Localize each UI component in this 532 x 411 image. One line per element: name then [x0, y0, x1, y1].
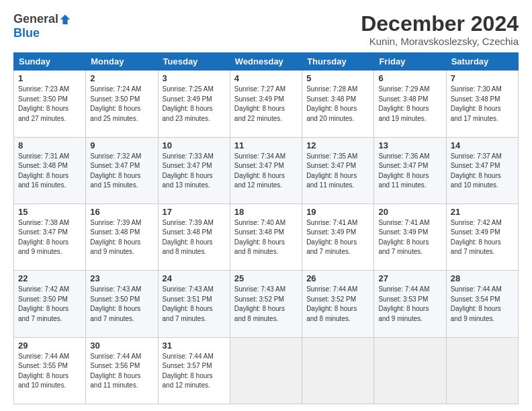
day-number: 16 [90, 207, 153, 217]
day-number: 20 [378, 207, 441, 217]
day-cell: 16 Sunrise: 7:39 AMSunset: 3:48 PMDaylig… [86, 203, 158, 270]
day-header-friday: Friday [374, 53, 446, 71]
day-cell: 11 Sunrise: 7:34 AMSunset: 3:47 PMDaylig… [230, 137, 302, 203]
day-number: 12 [306, 140, 369, 150]
day-info: Sunrise: 7:43 AMSunset: 3:52 PMDaylight:… [234, 285, 285, 322]
day-number: 28 [451, 273, 514, 283]
day-info: Sunrise: 7:36 AMSunset: 3:47 PMDaylight:… [378, 152, 429, 189]
day-cell: 31 Sunrise: 7:44 AMSunset: 3:57 PMDaylig… [158, 337, 230, 404]
day-header-monday: Monday [86, 53, 158, 71]
day-cell: 25 Sunrise: 7:43 AMSunset: 3:52 PMDaylig… [230, 271, 302, 337]
day-header-sunday: Sunday [14, 53, 86, 71]
day-cell: 28 Sunrise: 7:44 AMSunset: 3:54 PMDaylig… [446, 271, 518, 337]
day-number: 4 [234, 73, 298, 83]
day-number: 11 [234, 140, 298, 150]
day-info: Sunrise: 7:23 AMSunset: 3:50 PMDaylight:… [18, 85, 69, 122]
day-cell: 30 Sunrise: 7:44 AMSunset: 3:56 PMDaylig… [86, 337, 158, 404]
day-cell: 18 Sunrise: 7:40 AMSunset: 3:48 PMDaylig… [230, 203, 302, 270]
day-number: 13 [378, 140, 441, 150]
empty-cell [230, 337, 302, 404]
day-number: 14 [451, 140, 514, 150]
empty-cell [446, 337, 518, 404]
day-cell: 9 Sunrise: 7:32 AMSunset: 3:47 PMDayligh… [86, 137, 158, 203]
day-header-saturday: Saturday [446, 53, 518, 71]
calendar-week-row: 8 Sunrise: 7:31 AMSunset: 3:48 PMDayligh… [14, 137, 519, 203]
calendar-week-row: 15 Sunrise: 7:38 AMSunset: 3:47 PMDaylig… [14, 203, 519, 270]
logo-icon [59, 13, 71, 26]
day-number: 3 [163, 73, 226, 83]
day-cell: 1 Sunrise: 7:23 AMSunset: 3:50 PMDayligh… [14, 71, 86, 137]
day-number: 17 [163, 207, 226, 217]
logo-blue-text: Blue [13, 26, 40, 40]
calendar-week-row: 1 Sunrise: 7:23 AMSunset: 3:50 PMDayligh… [14, 71, 519, 137]
day-number: 27 [378, 273, 441, 283]
calendar-table: SundayMondayTuesdayWednesdayThursdayFrid… [13, 52, 519, 404]
day-info: Sunrise: 7:27 AMSunset: 3:49 PMDaylight:… [234, 85, 285, 122]
calendar-week-row: 29 Sunrise: 7:44 AMSunset: 3:55 PMDaylig… [14, 337, 519, 404]
day-number: 5 [306, 73, 369, 83]
day-number: 30 [90, 340, 153, 351]
day-info: Sunrise: 7:37 AMSunset: 3:47 PMDaylight:… [451, 152, 502, 189]
logo-general-text: General [13, 12, 58, 26]
day-cell: 22 Sunrise: 7:42 AMSunset: 3:50 PMDaylig… [14, 271, 86, 337]
day-cell: 8 Sunrise: 7:31 AMSunset: 3:48 PMDayligh… [14, 137, 86, 203]
day-cell: 19 Sunrise: 7:41 AMSunset: 3:49 PMDaylig… [302, 203, 374, 270]
day-cell: 14 Sunrise: 7:37 AMSunset: 3:47 PMDaylig… [446, 137, 518, 203]
day-cell: 7 Sunrise: 7:30 AMSunset: 3:48 PMDayligh… [446, 71, 518, 137]
svg-marker-0 [60, 14, 70, 24]
day-info: Sunrise: 7:43 AMSunset: 3:50 PMDaylight:… [90, 285, 141, 322]
day-cell: 3 Sunrise: 7:25 AMSunset: 3:49 PMDayligh… [158, 71, 230, 137]
logo: General Blue [13, 12, 71, 40]
day-number: 19 [306, 207, 369, 217]
day-number: 8 [18, 140, 81, 150]
day-number: 21 [451, 207, 514, 217]
day-cell: 6 Sunrise: 7:29 AMSunset: 3:48 PMDayligh… [374, 71, 446, 137]
day-header-thursday: Thursday [302, 53, 374, 71]
day-cell: 5 Sunrise: 7:28 AMSunset: 3:48 PMDayligh… [302, 71, 374, 137]
calendar-body: 1 Sunrise: 7:23 AMSunset: 3:50 PMDayligh… [14, 71, 519, 404]
day-info: Sunrise: 7:31 AMSunset: 3:48 PMDaylight:… [18, 152, 69, 189]
day-number: 22 [18, 273, 81, 283]
day-cell: 20 Sunrise: 7:41 AMSunset: 3:49 PMDaylig… [374, 203, 446, 270]
day-header-wednesday: Wednesday [230, 53, 302, 71]
location: Kunin, Moravskoslezsky, Czechia [361, 36, 519, 47]
day-number: 15 [18, 207, 81, 217]
day-cell: 15 Sunrise: 7:38 AMSunset: 3:47 PMDaylig… [14, 203, 86, 270]
day-info: Sunrise: 7:44 AMSunset: 3:56 PMDaylight:… [90, 353, 141, 390]
day-cell: 26 Sunrise: 7:44 AMSunset: 3:52 PMDaylig… [302, 271, 374, 337]
day-info: Sunrise: 7:28 AMSunset: 3:48 PMDaylight:… [306, 85, 357, 122]
day-info: Sunrise: 7:30 AMSunset: 3:48 PMDaylight:… [451, 85, 502, 122]
day-info: Sunrise: 7:41 AMSunset: 3:49 PMDaylight:… [378, 219, 429, 256]
day-info: Sunrise: 7:40 AMSunset: 3:48 PMDaylight:… [234, 219, 285, 256]
day-info: Sunrise: 7:44 AMSunset: 3:55 PMDaylight:… [18, 353, 69, 390]
day-number: 25 [234, 273, 298, 283]
day-number: 10 [163, 140, 226, 150]
day-number: 26 [306, 273, 369, 283]
day-info: Sunrise: 7:33 AMSunset: 3:47 PMDaylight:… [163, 152, 214, 189]
day-cell: 13 Sunrise: 7:36 AMSunset: 3:47 PMDaylig… [374, 137, 446, 203]
day-info: Sunrise: 7:39 AMSunset: 3:48 PMDaylight:… [90, 219, 141, 256]
day-number: 31 [163, 340, 226, 351]
day-number: 9 [90, 140, 153, 150]
title-area: December 2024 Kunin, Moravskoslezsky, Cz… [361, 12, 519, 47]
day-cell: 4 Sunrise: 7:27 AMSunset: 3:49 PMDayligh… [230, 71, 302, 137]
day-info: Sunrise: 7:24 AMSunset: 3:50 PMDaylight:… [90, 85, 141, 122]
day-number: 24 [163, 273, 226, 283]
calendar-page: General Blue December 2024 Kunin, Moravs… [0, 0, 532, 411]
day-number: 2 [90, 73, 153, 83]
day-number: 1 [18, 73, 81, 83]
day-number: 7 [451, 73, 514, 83]
day-number: 6 [378, 73, 441, 83]
day-info: Sunrise: 7:42 AMSunset: 3:50 PMDaylight:… [18, 285, 69, 322]
day-number: 23 [90, 273, 153, 283]
day-info: Sunrise: 7:43 AMSunset: 3:51 PMDaylight:… [163, 285, 214, 322]
calendar-header-row: SundayMondayTuesdayWednesdayThursdayFrid… [14, 53, 519, 71]
day-info: Sunrise: 7:38 AMSunset: 3:47 PMDaylight:… [18, 219, 69, 256]
day-info: Sunrise: 7:44 AMSunset: 3:52 PMDaylight:… [306, 285, 357, 322]
month-title: December 2024 [361, 12, 519, 36]
day-info: Sunrise: 7:44 AMSunset: 3:57 PMDaylight:… [163, 353, 214, 390]
day-cell: 29 Sunrise: 7:44 AMSunset: 3:55 PMDaylig… [14, 337, 86, 404]
empty-cell [374, 337, 446, 404]
day-info: Sunrise: 7:32 AMSunset: 3:47 PMDaylight:… [90, 152, 141, 189]
day-header-tuesday: Tuesday [158, 53, 230, 71]
